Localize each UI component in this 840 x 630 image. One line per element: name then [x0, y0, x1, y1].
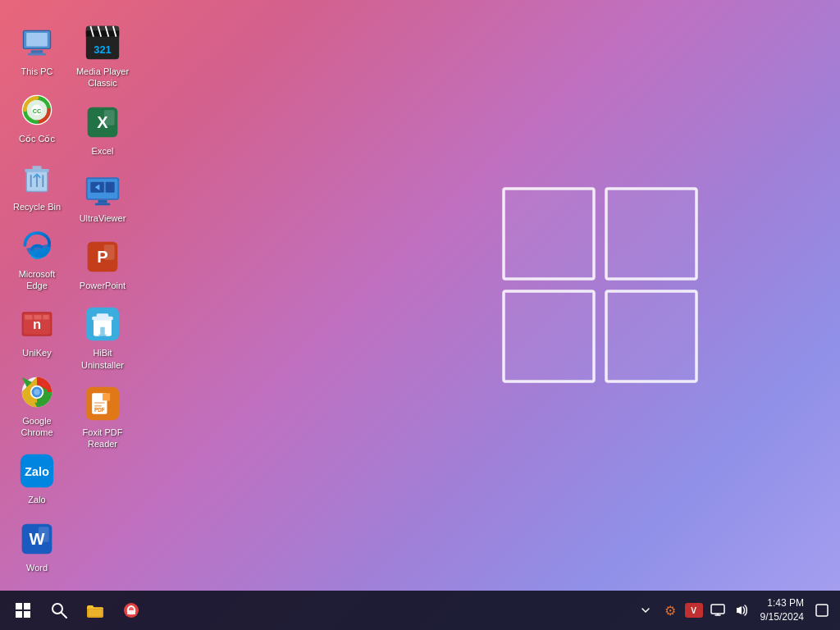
svg-rect-57	[97, 314, 109, 318]
svg-rect-79	[816, 605, 828, 616]
icon-media-player-classic[interactable]: 321 Media Player Classic	[70, 16, 135, 96]
svg-rect-67	[24, 611, 30, 618]
icon-coccoc[interactable]: CC Cốc Cốc	[4, 84, 70, 151]
search-button[interactable]	[43, 594, 75, 627]
icon-microsoft-edge[interactable]: Microsoft Edge	[4, 219, 70, 299]
svg-rect-65	[24, 603, 30, 609]
svg-rect-74	[127, 610, 135, 614]
icon-foxit-pdf-reader[interactable]: PDF Foxit PDF Reader	[70, 377, 135, 457]
icon-unikey[interactable]: n UniKey	[4, 298, 70, 365]
svg-rect-1	[606, 189, 696, 279]
icon-powerpoint[interactable]: P PowerPoint	[70, 231, 135, 298]
icon-coccoc-label: Cốc Cốc	[19, 133, 55, 144]
tray-input-icon[interactable]: V	[685, 603, 703, 618]
svg-rect-23	[43, 315, 48, 320]
icon-microsoft-edge-label: Microsoft Edge	[7, 268, 66, 292]
svg-text:PDF: PDF	[94, 407, 105, 413]
icon-recycle-bin[interactable]: Recycle Bin	[4, 152, 70, 219]
icon-hibit-uninstaller-label: HiBit Uninstaller	[73, 347, 132, 371]
icon-unikey-label: UniKey	[22, 347, 51, 358]
icon-zalo[interactable]: Zalo Zalo	[4, 445, 70, 512]
svg-text:CC: CC	[33, 107, 42, 115]
svg-rect-78	[737, 608, 739, 613]
svg-point-28	[34, 389, 39, 395]
icon-excel-label: Excel	[92, 145, 114, 157]
svg-rect-3	[606, 291, 696, 381]
svg-rect-50	[106, 182, 115, 193]
icon-google-chrome-label: Google Chrome	[7, 415, 66, 439]
taskbar-right: ⚙ V 1:	[636, 596, 833, 624]
svg-rect-14	[33, 166, 42, 170]
svg-rect-33	[39, 527, 49, 541]
icon-this-pc-label: This PC	[21, 66, 52, 77]
start-button[interactable]	[7, 594, 39, 627]
file-explorer-button[interactable]	[79, 594, 112, 627]
tray-volume-icon[interactable]	[733, 600, 752, 620]
icon-foxit-pdf-reader-label: Foxit PDF Reader	[73, 427, 132, 450]
icon-this-pc[interactable]: This PC	[4, 16, 70, 84]
svg-line-69	[62, 613, 66, 618]
svg-rect-71	[89, 609, 102, 616]
svg-rect-2	[504, 291, 594, 381]
icon-ultraviewer-label: UltraViewer	[80, 212, 126, 224]
svg-rect-64	[16, 603, 22, 609]
icon-hibit-uninstaller[interactable]: HiBit Uninstaller	[70, 298, 135, 377]
icon-zalo-label: Zalo	[28, 494, 45, 505]
tray-chevron[interactable]	[636, 600, 655, 620]
clock-date: 9/15/2024	[760, 610, 804, 624]
icon-media-player-classic-label: Media Player Classic	[73, 66, 132, 89]
svg-rect-48	[95, 203, 110, 205]
windows-logo-watermark	[495, 180, 709, 410]
icon-word[interactable]: W Word	[4, 513, 70, 580]
svg-rect-75	[711, 605, 724, 614]
svg-rect-66	[16, 611, 22, 618]
svg-text:Zalo: Zalo	[25, 466, 49, 479]
tray-display-icon[interactable]	[708, 600, 728, 620]
store-button[interactable]	[115, 594, 148, 627]
icon-recycle-bin-label: Recycle Bin	[13, 201, 61, 212]
svg-point-68	[52, 604, 62, 614]
notification-button[interactable]	[812, 600, 832, 620]
svg-rect-0	[504, 189, 594, 279]
icon-ultraviewer[interactable]: UltraViewer	[70, 163, 135, 231]
svg-rect-60	[103, 393, 110, 400]
taskbar-left	[7, 594, 148, 627]
svg-rect-21	[25, 315, 32, 320]
svg-rect-62	[94, 402, 105, 404]
svg-rect-63	[94, 405, 102, 407]
svg-rect-53	[104, 245, 115, 260]
icon-powerpoint-label: PowerPoint	[80, 280, 126, 291]
desktop: This PC CC Cốc Cốc	[0, 0, 840, 630]
svg-rect-7	[28, 53, 46, 56]
taskbar: ⚙ V 1:	[0, 591, 840, 630]
svg-rect-44	[104, 110, 115, 125]
svg-rect-5	[26, 33, 48, 47]
svg-text:321: 321	[94, 43, 111, 56]
svg-rect-47	[98, 200, 107, 203]
svg-rect-6	[31, 50, 43, 53]
svg-rect-22	[34, 315, 41, 320]
icon-excel[interactable]: X Excel	[70, 96, 135, 163]
icon-google-chrome[interactable]: Google Chrome	[4, 366, 70, 445]
tray-antivirus-icon[interactable]: ⚙	[660, 600, 680, 620]
taskbar-clock[interactable]: 1:43 PM 9/15/2024	[757, 596, 807, 624]
desktop-icon-grid: This PC CC Cốc Cốc	[0, 8, 139, 591]
clock-time: 1:43 PM	[760, 596, 804, 610]
icon-word-label: Word	[26, 562, 48, 573]
